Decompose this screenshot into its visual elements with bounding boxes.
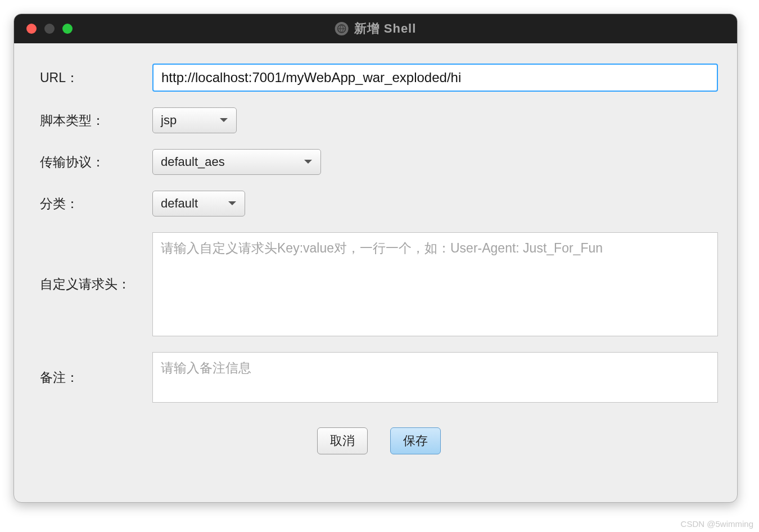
script-type-value: jsp bbox=[161, 113, 177, 128]
url-label: URL： bbox=[40, 69, 152, 87]
category-select[interactable]: default bbox=[152, 191, 245, 217]
row-script-type: 脚本类型： jsp bbox=[40, 107, 718, 133]
button-bar: 取消 保存 bbox=[40, 427, 718, 454]
window-title: 新增 Shell bbox=[335, 20, 417, 37]
category-label: 分类： bbox=[40, 195, 152, 213]
save-button[interactable]: 保存 bbox=[390, 427, 441, 454]
app-icon bbox=[335, 22, 349, 35]
protocol-value: default_aes bbox=[161, 155, 225, 169]
window-close-button[interactable] bbox=[26, 24, 37, 34]
protocol-label: 传输协议： bbox=[40, 154, 152, 171]
category-value: default bbox=[161, 196, 198, 211]
chevron-down-icon bbox=[219, 118, 228, 123]
custom-headers-label: 自定义请求头： bbox=[40, 276, 152, 293]
row-protocol: 传输协议： default_aes bbox=[40, 149, 718, 175]
window-minimize-button[interactable] bbox=[44, 24, 55, 34]
script-type-select[interactable]: jsp bbox=[152, 107, 237, 133]
row-category: 分类： default bbox=[40, 191, 718, 217]
remark-label: 备注： bbox=[40, 369, 152, 386]
custom-headers-textarea[interactable] bbox=[152, 232, 718, 336]
titlebar: 新增 Shell bbox=[14, 14, 737, 43]
window-title-text: 新增 Shell bbox=[354, 20, 417, 37]
url-input[interactable] bbox=[152, 64, 718, 92]
cancel-button[interactable]: 取消 bbox=[317, 427, 368, 454]
chevron-down-icon bbox=[304, 159, 313, 165]
protocol-select[interactable]: default_aes bbox=[152, 149, 321, 175]
traffic-lights bbox=[14, 24, 73, 34]
watermark: CSDN @5wimming bbox=[681, 519, 753, 529]
remark-textarea[interactable] bbox=[152, 352, 718, 403]
chevron-down-icon bbox=[228, 201, 237, 206]
dialog-window: 新增 Shell URL： 脚本类型： jsp 传输协议： default_ae… bbox=[13, 13, 738, 503]
form-area: URL： 脚本类型： jsp 传输协议： default_aes 分类： bbox=[14, 43, 737, 454]
row-remark: 备注： bbox=[40, 352, 718, 403]
script-type-label: 脚本类型： bbox=[40, 112, 152, 129]
row-custom-headers: 自定义请求头： bbox=[40, 232, 718, 336]
window-zoom-button[interactable] bbox=[62, 24, 73, 34]
row-url: URL： bbox=[40, 64, 718, 92]
